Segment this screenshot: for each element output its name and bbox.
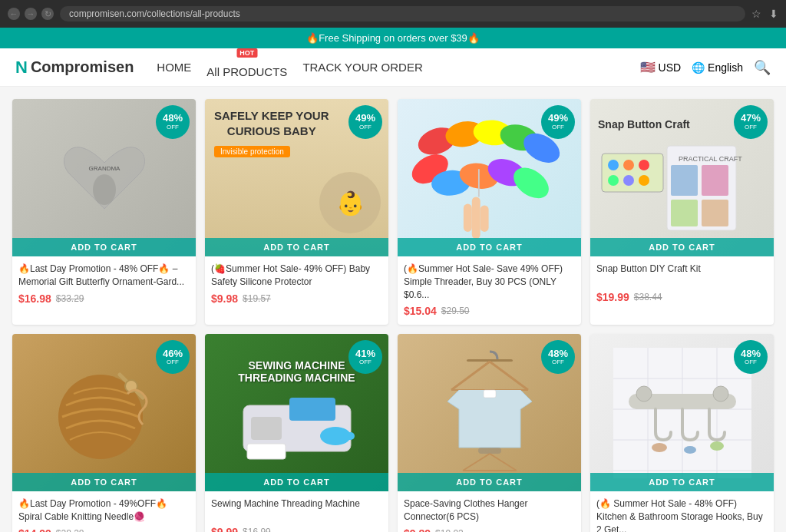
browser-controls: ← → ↻ — [8, 8, 54, 20]
product-image-wrap-5: SEWING MACHINETHREADING MACHINE 41% OFF — [205, 334, 388, 491]
forward-button[interactable]: → — [25, 8, 37, 20]
svg-line-45 — [490, 454, 517, 471]
original-price-2: $29.50 — [441, 306, 470, 316]
discount-value-4: 46% — [163, 349, 183, 359]
nav-all-products[interactable]: HOT All PRODUCTS — [206, 56, 287, 78]
back-button[interactable]: ← — [8, 8, 20, 20]
product-card: 46% OFF ADD TO CART 🔥Last Day Promotion … — [12, 334, 196, 532]
add-to-cart-6[interactable]: ADD TO CART — [398, 473, 581, 491]
off-label-3: OFF — [745, 124, 757, 131]
nav-home[interactable]: HOME — [157, 61, 191, 74]
product-image-wrap-7: 48% OFF ADD TO CART — [590, 334, 774, 491]
sale-price-2: $15.04 — [404, 305, 437, 317]
add-to-cart-4[interactable]: ADD TO CART — [12, 473, 196, 491]
refresh-button[interactable]: ↻ — [41, 8, 54, 20]
sale-price-5: $9.99 — [211, 526, 238, 532]
add-to-cart-2[interactable]: ADD TO CART — [398, 238, 581, 256]
svg-point-58 — [652, 443, 667, 452]
add-to-cart-1[interactable]: ADD TO CART — [205, 238, 388, 256]
discount-badge-2: 49% OFF — [541, 105, 575, 139]
product-image-wrap-0: GRANDMA 48% OFF ADD TO CART — [12, 99, 196, 256]
product-info-5: Sewing Machine Threading Machine $9.99 $… — [205, 491, 388, 532]
off-label-5: OFF — [359, 359, 372, 366]
svg-point-21 — [623, 175, 634, 186]
nav-links: HOME HOT All PRODUCTS TRACK YOUR ORDER — [157, 56, 616, 78]
svg-rect-36 — [343, 432, 355, 440]
sale-price-0: $16.98 — [18, 292, 51, 305]
original-price-3: $38.44 — [634, 292, 662, 302]
svg-point-22 — [639, 175, 649, 186]
announcement-bar: 🔥Free Shipping on orders over $39🔥 — [0, 28, 786, 48]
product-title-0: 🔥Last Day Promotion - 48% OFF🔥 – Memoria… — [18, 263, 190, 289]
product-card: 48% OFF ADD TO CART (🔥 Summer Hot Sale -… — [590, 334, 774, 532]
currency-selector[interactable]: 🇺🇸 USD — [640, 60, 682, 74]
discount-badge-0: 48% OFF — [156, 105, 190, 139]
discount-value-7: 48% — [741, 349, 761, 359]
product-card: GRANDMA 48% OFF ADD TO CART 🔥Last Day Pr… — [12, 99, 196, 325]
sale-price-4: $14.99 — [18, 527, 51, 532]
add-to-cart-3[interactable]: ADD TO CART — [590, 238, 774, 256]
off-label-6: OFF — [552, 359, 564, 366]
svg-rect-25 — [671, 165, 698, 196]
svg-line-40 — [490, 362, 528, 390]
product-image-wrap-2: 49% OFF ADD TO CART — [398, 99, 581, 256]
add-to-cart-7[interactable]: ADD TO CART — [590, 473, 774, 491]
svg-rect-43 — [478, 448, 501, 454]
language-selector[interactable]: 🌐 English — [692, 61, 743, 74]
sale-price-6: $9.89 — [404, 527, 431, 532]
product-info-0: 🔥Last Day Promotion - 48% OFF🔥 – Memoria… — [12, 256, 196, 312]
product-card: SEWING MACHINETHREADING MACHINE 41% OFF — [205, 334, 388, 532]
product-title-2: (🔥Summer Hot Sale- Save 49% OFF) Simple … — [404, 263, 575, 301]
svg-rect-38 — [467, 359, 513, 362]
star-icon[interactable]: ☆ — [751, 8, 761, 20]
announcement-text: 🔥Free Shipping on orders over $39🔥 — [306, 32, 480, 44]
invisible-badge: Invisible protection — [214, 146, 290, 157]
add-to-cart-0[interactable]: ADD TO CART — [12, 238, 196, 256]
svg-rect-28 — [702, 200, 728, 226]
product-image-wrap-1: SAFELY KEEP YOURCURIOUS BABY Invisible p… — [205, 99, 388, 256]
product-title-4: 🔥Last Day Promotion - 49%OFF🔥Spiral Cabl… — [18, 497, 190, 524]
hot-badge: HOT — [236, 48, 257, 58]
svg-point-19 — [639, 160, 649, 170]
address-bar[interactable]: compromisen.com/collections/all-products — [60, 6, 745, 21]
svg-rect-27 — [671, 200, 698, 226]
search-icon[interactable]: 🔍 — [754, 59, 771, 76]
discount-value-1: 49% — [355, 113, 375, 124]
nav-home-label: HOME — [157, 61, 191, 74]
product-title-7: (🔥 Summer Hot Sale - 48% OFF) Kitchen & … — [596, 497, 768, 532]
discount-badge-1: 49% OFF — [348, 105, 382, 139]
product-card: 49% OFF ADD TO CART (🔥Summer Hot Sale- S… — [398, 99, 581, 325]
product-image-wrap-4: 46% OFF ADD TO CART — [12, 334, 196, 491]
sale-price-1: $9.98 — [211, 292, 238, 305]
original-price-6: $19.02 — [435, 528, 464, 532]
product-prices-0: $16.98 $33.29 — [18, 292, 190, 305]
product-info-4: 🔥Last Day Promotion - 49%OFF🔥Spiral Cabl… — [12, 491, 196, 532]
currency-label: USD — [659, 61, 682, 74]
original-price-0: $33.29 — [56, 293, 84, 304]
language-label: English — [708, 61, 743, 74]
svg-point-20 — [608, 175, 619, 186]
browser-actions: ☆ ⬇ — [751, 8, 778, 20]
nav-all-products-label: All PRODUCTS — [206, 65, 287, 78]
svg-point-60 — [710, 441, 724, 451]
product-image-wrap-3: Snap Button Craft PRACTICAL CRAFT KIT — [590, 99, 774, 256]
logo-icon: N — [15, 58, 28, 78]
nav-track-order[interactable]: TRACK YOUR ORDER — [302, 61, 422, 74]
discount-value-6: 48% — [548, 349, 568, 359]
main-nav: N Compromisen HOME HOT All PRODUCTS TRAC… — [0, 48, 786, 87]
svg-point-59 — [684, 446, 696, 454]
product-title-5: Sewing Machine Threading Machine — [211, 497, 382, 522]
product-title-1: (🍓Summer Hot Sale- 49% OFF) Baby Safety … — [211, 263, 382, 289]
original-price-1: $19.57 — [243, 293, 271, 304]
svg-text:PRACTICAL CRAFT KIT: PRACTICAL CRAFT KIT — [679, 155, 744, 163]
add-to-cart-5[interactable]: ADD TO CART — [205, 473, 388, 491]
product-card: SAFELY KEEP YOURCURIOUS BABY Invisible p… — [205, 99, 388, 325]
svg-rect-42 — [484, 390, 496, 398]
logo[interactable]: N Compromisen — [15, 58, 134, 78]
product-info-2: (🔥Summer Hot Sale- Save 49% OFF) Simple … — [398, 256, 581, 325]
original-price-5: $16.99 — [243, 527, 271, 532]
browser-chrome: ← → ↻ compromisen.com/collections/all-pr… — [0, 0, 786, 28]
product-info-7: (🔥 Summer Hot Sale - 48% OFF) Kitchen & … — [590, 491, 774, 532]
download-icon[interactable]: ⬇ — [769, 8, 778, 20]
product-card: Snap Button Craft PRACTICAL CRAFT KIT — [590, 99, 774, 325]
